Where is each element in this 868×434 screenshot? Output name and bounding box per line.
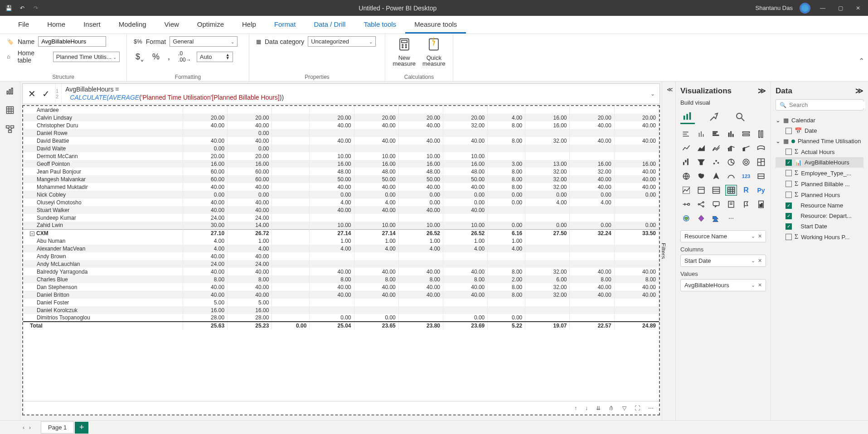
expand-all-icon[interactable]: ⇊ [596, 405, 601, 411]
more-options-icon[interactable]: ⋯ [648, 405, 654, 411]
r-visual-icon[interactable]: R [740, 185, 752, 196]
table-row[interactable]: David Waite0.000.00 [23, 145, 659, 152]
tab-help[interactable]: Help [233, 16, 265, 34]
chevron-down-icon[interactable]: ⌄ [751, 233, 755, 239]
checkbox[interactable] [786, 128, 792, 134]
tab-measure-tools[interactable]: Measure tools [405, 16, 466, 34]
table-row[interactable]: −CXM27.1026.7227.1427.1426.5226.526.1627… [23, 229, 659, 237]
ribbon-chart-icon[interactable] [755, 143, 767, 154]
hundred-bar-icon[interactable] [740, 129, 752, 140]
table-row[interactable]: Andy McLauchlan24.0024.00 [23, 260, 659, 268]
table-icon[interactable] [710, 185, 722, 196]
table-node[interactable]: ⌄▦Calendar [776, 115, 863, 125]
table-row[interactable]: Abu Numan4.001.001.001.001.001.001.00 [23, 237, 659, 245]
field-node[interactable]: ΣActual Hours [776, 146, 863, 157]
formula-input[interactable]: AvgBillableHours = CALCULATE(AVERAGE('Pl… [62, 84, 646, 104]
powerapps-icon[interactable] [695, 213, 707, 224]
table-row[interactable]: Daniel Rowe0.00 [23, 129, 659, 137]
waterfall-icon[interactable] [680, 157, 692, 168]
expand-formula-icon[interactable]: ⌄ [646, 84, 659, 104]
table-row[interactable]: Sundeep Kumar24.0024.00 [23, 214, 659, 222]
chevron-down-icon[interactable]: ⌄ [751, 258, 755, 264]
checkbox[interactable] [786, 192, 792, 198]
redo-icon[interactable]: ↷ [32, 4, 40, 12]
table-row[interactable]: Balreddy Yarragonda40.0040.0040.0040.004… [23, 268, 659, 275]
currency-button[interactable]: $ˬ [134, 51, 146, 63]
field-node[interactable]: ΣPlanned Hours [776, 189, 863, 200]
table-row[interactable]: Mohammed Muktadir40.0040.0040.0040.0040.… [23, 183, 659, 191]
hundred-column-icon[interactable] [755, 129, 767, 140]
table-row[interactable]: Dimitrios Tsopanoglou28.0028.000.000.000… [23, 314, 659, 322]
checkbox[interactable] [786, 170, 792, 176]
treemap-icon[interactable] [755, 157, 767, 168]
collapse-ribbon-icon[interactable]: ⌃ [858, 57, 864, 65]
line-clustered-icon[interactable] [740, 143, 752, 154]
clustered-bar-icon[interactable] [710, 129, 722, 140]
filled-map-icon[interactable] [695, 171, 707, 182]
table-row[interactable]: Oluseyi Omotosho40.0040.004.004.000.000.… [23, 198, 659, 206]
clustered-column-icon[interactable] [725, 129, 737, 140]
tab-format[interactable]: Format [265, 16, 305, 34]
add-page-button[interactable]: + [75, 422, 88, 434]
field-node[interactable]: ✓📊AvgBillableHours [776, 157, 863, 168]
table-row[interactable]: Dan Stephenson40.0040.0040.0040.0040.004… [23, 283, 659, 291]
expand-level-icon[interactable]: ⫛ [609, 405, 614, 411]
chevron-down-icon[interactable]: ⌄ [751, 282, 755, 288]
measure-name-input[interactable] [38, 36, 106, 47]
close-button[interactable]: ✕ [853, 4, 863, 13]
tab-optimize[interactable]: Optimize [188, 16, 233, 34]
matrix-icon[interactable] [725, 185, 737, 196]
checkbox[interactable]: ✓ [786, 223, 792, 230]
checkbox[interactable] [786, 234, 792, 240]
undo-icon[interactable]: ↶ [18, 4, 26, 12]
table-row[interactable]: Andy Brown40.0040.00 [23, 252, 659, 260]
format-select[interactable]: General [170, 36, 238, 47]
table-row[interactable]: Zahid Lwin30.0014.0010.0010.0010.0010.00… [23, 222, 659, 229]
stacked-column-icon[interactable] [695, 129, 707, 140]
goals-icon[interactable] [740, 199, 752, 210]
area-chart-icon[interactable] [695, 143, 707, 154]
funnel-icon[interactable] [695, 157, 707, 168]
report-view-icon[interactable] [5, 86, 15, 96]
tab-table-tools[interactable]: Table tools [354, 16, 405, 34]
next-page-icon[interactable]: › [29, 424, 31, 431]
drill-up-icon[interactable]: ↑ [574, 405, 577, 411]
model-view-icon[interactable] [5, 124, 15, 134]
table-row[interactable]: Calvin Lindsay20.0020.0020.0020.0020.002… [23, 114, 659, 121]
table-row[interactable]: Daniel Korolczuk16.0016.00 [23, 306, 659, 314]
values-field-well[interactable]: AvgBillableHours ⌄✕ [680, 279, 766, 291]
maximize-button[interactable]: ▢ [835, 4, 846, 13]
line-chart-icon[interactable] [680, 143, 692, 154]
qa-icon[interactable] [710, 199, 722, 210]
remove-field-icon[interactable]: ✕ [758, 233, 762, 239]
field-node[interactable]: 📅Date [776, 125, 863, 136]
field-node[interactable]: ✓ Resource Name [776, 200, 863, 211]
checkbox[interactable]: ✓ [786, 203, 792, 209]
table-row[interactable]: Geoff Pointon16.0016.0016.0016.0016.0016… [23, 160, 659, 168]
key-influencers-icon[interactable] [680, 199, 692, 210]
quick-measure-button[interactable]: Quick measure [422, 36, 446, 67]
format-visual-tab[interactable] [707, 110, 721, 124]
decomp-tree-icon[interactable] [695, 199, 707, 210]
decimal-button[interactable]: .0.00→ [176, 49, 193, 64]
table-row[interactable]: Charles Blue8.008.008.008.008.008.002.00… [23, 275, 659, 283]
powerautomate-icon[interactable] [710, 213, 722, 224]
new-measure-button[interactable]: New measure [393, 36, 416, 67]
field-node[interactable]: ✓ Resource: Depart... [776, 211, 863, 221]
more-visuals-icon[interactable]: ⋯ [725, 213, 737, 224]
fields-search[interactable]: 🔍 [776, 99, 863, 111]
paginated-icon[interactable] [755, 199, 767, 210]
filter-icon[interactable]: ▽ [622, 405, 626, 411]
table-row[interactable]: Total25.6325.230.0025.0423.6523.8023.695… [23, 322, 659, 329]
fields-search-input[interactable] [789, 101, 865, 108]
stacked-area-icon[interactable] [710, 143, 722, 154]
build-visual-tab[interactable] [680, 110, 695, 124]
table-row[interactable]: Daniel Britton40.0040.0040.0040.0040.004… [23, 291, 659, 299]
table-row[interactable]: Amardee [23, 106, 659, 114]
tab-modeling[interactable]: Modeling [110, 16, 155, 34]
pie-icon[interactable] [725, 157, 737, 168]
save-icon[interactable]: 💾 [5, 4, 13, 12]
field-node[interactable]: ✓ Start Date [776, 221, 863, 231]
checkbox[interactable]: ✓ [786, 159, 792, 166]
home-table-select[interactable]: Planned Time Utilis... [53, 52, 120, 62]
